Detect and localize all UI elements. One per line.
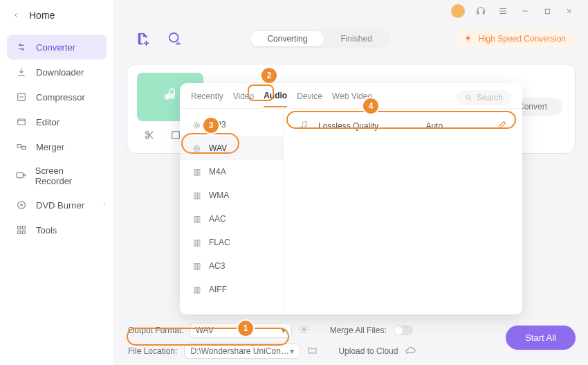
downloader-icon	[15, 66, 28, 78]
tab-finished[interactable]: Finished	[324, 31, 388, 46]
sidebar-item-label: Screen Recorder	[35, 166, 98, 186]
sidebar-item-editor[interactable]: Editor	[7, 109, 107, 134]
codec-icon: ▥	[191, 284, 202, 295]
converter-icon	[15, 41, 28, 53]
editor-icon	[15, 116, 28, 128]
svg-rect-3	[17, 145, 21, 148]
svg-point-8	[21, 204, 23, 206]
quality-option-lossless[interactable]: Lossless Quality Auto	[293, 114, 513, 137]
merger-icon	[15, 141, 28, 153]
file-location-select[interactable]: D:\Wondershare UniConverter 1 ▾	[184, 344, 300, 359]
settings-icon[interactable]	[299, 324, 309, 337]
format-aac[interactable]: ▥AAC	[180, 207, 283, 231]
edit-quality-icon[interactable]	[497, 120, 507, 132]
svg-rect-5	[17, 172, 23, 177]
tools-icon	[15, 224, 28, 236]
callout-1: 1	[238, 321, 253, 336]
sidebar-item-downloader[interactable]: Downloader	[7, 60, 107, 84]
codec-icon: ▥	[191, 237, 202, 248]
format-panel: Recently Video Audio Device Web Video Se…	[180, 83, 522, 314]
svg-point-7	[18, 202, 26, 209]
file-location-value: D:\Wondershare UniConverter 1	[190, 346, 290, 356]
svg-rect-2	[18, 119, 26, 125]
sidebar-item-label: Converter	[36, 42, 75, 53]
callout-4: 4	[363, 98, 378, 114]
sidebar-item-compressor[interactable]: Compressor	[7, 84, 107, 109]
collapse-sidebar-icon[interactable]	[101, 199, 111, 211]
chevron-down-icon: ▾	[290, 346, 294, 356]
svg-rect-11	[18, 231, 21, 233]
sidebar-item-label: Compressor	[36, 92, 85, 103]
format-wav[interactable]: ◎WAV	[180, 136, 283, 160]
quality-value: Auto	[425, 121, 443, 131]
svg-rect-12	[22, 231, 25, 233]
panel-search[interactable]: Search	[457, 90, 511, 105]
music-icon	[299, 120, 309, 132]
svg-point-20	[302, 328, 305, 331]
bolt-icon	[464, 34, 472, 44]
sidebar-item-label: Tools	[36, 225, 57, 235]
high-speed-label: High Speed Conversion	[478, 34, 566, 44]
format-ac3[interactable]: ▥AC3	[180, 254, 283, 278]
codec-icon: ▥	[191, 213, 202, 224]
svg-point-6	[24, 174, 26, 176]
svg-rect-4	[22, 146, 26, 149]
svg-rect-10	[22, 226, 25, 229]
panel-tab-device[interactable]: Device	[297, 91, 322, 107]
upload-cloud-label: Upload to Cloud	[338, 346, 398, 356]
panel-tab-video[interactable]: Video	[233, 91, 254, 107]
chevron-down-icon: ▾	[282, 326, 286, 335]
svg-point-19	[305, 125, 306, 127]
high-speed-conversion-button[interactable]: High Speed Conversion	[454, 30, 576, 48]
callout-2: 2	[261, 68, 277, 83]
merge-toggle[interactable]	[394, 326, 413, 335]
merge-label: Merge All Files:	[330, 326, 387, 335]
sidebar-item-label: Downloader	[36, 67, 84, 78]
search-placeholder: Search	[477, 93, 503, 103]
svg-point-18	[301, 126, 302, 127]
dvd-icon	[15, 199, 28, 211]
output-format-label: Output Format:	[128, 326, 184, 335]
panel-tab-recently[interactable]: Recently	[191, 91, 223, 107]
home-label: Home	[29, 10, 55, 21]
add-dvd-button[interactable]	[165, 29, 185, 48]
sidebar-item-label: Merger	[36, 142, 64, 152]
sidebar-item-label: DVD Burner	[36, 200, 84, 211]
codec-icon: ▥	[191, 190, 202, 201]
start-all-button[interactable]: Start All	[506, 326, 576, 350]
search-icon	[465, 94, 472, 102]
svg-point-17	[466, 95, 470, 99]
music-note-icon	[160, 86, 180, 108]
sidebar-item-tools[interactable]: Tools	[7, 217, 107, 242]
format-wma[interactable]: ▥WMA	[180, 184, 283, 207]
codec-icon: ▥	[191, 260, 202, 271]
sidebar-item-dvdburner[interactable]: DVD Burner	[7, 193, 107, 217]
file-location-label: File Location:	[128, 346, 177, 356]
disc-icon: ◎	[191, 143, 202, 154]
format-mp3[interactable]: ◎MP3	[180, 113, 283, 136]
callout-3: 3	[203, 118, 219, 133]
panel-tab-audio[interactable]: Audio	[264, 91, 287, 107]
home-nav[interactable]: Home	[0, 0, 113, 30]
add-file-button[interactable]	[134, 29, 153, 48]
open-folder-icon[interactable]	[307, 345, 318, 357]
disc-icon: ◎	[191, 119, 202, 130]
tab-converting[interactable]: Converting	[250, 31, 324, 46]
cloud-icon[interactable]	[405, 345, 416, 358]
svg-point-13	[169, 33, 178, 42]
format-flac[interactable]: ▥FLAC	[180, 231, 283, 254]
output-format-value: WAV	[196, 326, 214, 335]
sidebar-item-label: Editor	[36, 117, 59, 127]
svg-rect-16	[172, 132, 180, 139]
quality-label: Lossless Quality	[318, 121, 378, 131]
codec-icon: ▥	[191, 166, 202, 177]
compressor-icon	[15, 91, 28, 103]
format-aiff[interactable]: ▥AIFF	[180, 278, 283, 301]
sidebar-item-merger[interactable]: Merger	[7, 134, 107, 159]
screenrecorder-icon	[15, 170, 27, 182]
svg-rect-9	[18, 226, 21, 229]
sidebar-item-converter[interactable]: Converter	[7, 35, 107, 60]
trim-tool-icon[interactable]	[141, 127, 158, 143]
format-m4a[interactable]: ▥M4A	[180, 160, 283, 184]
sidebar-item-screenrecorder[interactable]: Screen Recorder	[7, 159, 107, 193]
